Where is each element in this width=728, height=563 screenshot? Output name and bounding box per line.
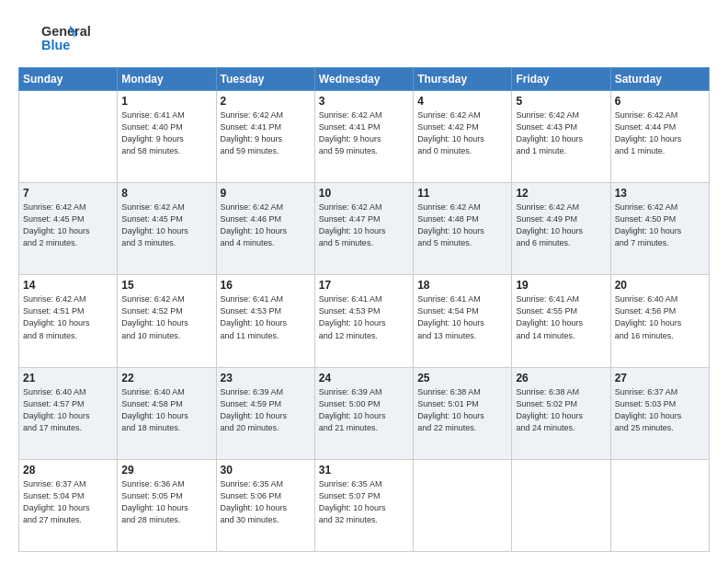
column-header-thursday: Thursday xyxy=(414,68,512,91)
calendar-cell xyxy=(19,91,118,183)
day-number: 19 xyxy=(516,279,606,292)
day-info: Sunrise: 6:41 AM Sunset: 4:53 PM Dayligh… xyxy=(319,293,409,341)
day-info: Sunrise: 6:42 AM Sunset: 4:49 PM Dayligh… xyxy=(516,201,606,249)
calendar-table: SundayMondayTuesdayWednesdayThursdayFrid… xyxy=(18,67,710,552)
page: General Blue SundayMondayTuesdayWednesda… xyxy=(0,0,728,563)
calendar-cell: 2Sunrise: 6:42 AM Sunset: 4:41 PM Daylig… xyxy=(216,91,314,183)
calendar-cell: 27Sunrise: 6:37 AM Sunset: 5:03 PM Dayli… xyxy=(610,367,709,459)
day-info: Sunrise: 6:42 AM Sunset: 4:47 PM Dayligh… xyxy=(319,201,409,249)
day-number: 5 xyxy=(516,95,606,108)
day-number: 22 xyxy=(121,372,211,385)
day-info: Sunrise: 6:39 AM Sunset: 4:59 PM Dayligh… xyxy=(221,386,311,434)
day-info: Sunrise: 6:42 AM Sunset: 4:52 PM Dayligh… xyxy=(121,293,211,341)
calendar-cell: 3Sunrise: 6:42 AM Sunset: 4:41 PM Daylig… xyxy=(314,91,413,183)
day-info: Sunrise: 6:37 AM Sunset: 5:03 PM Dayligh… xyxy=(615,386,705,434)
day-number: 14 xyxy=(23,279,113,292)
calendar-week-row: 28Sunrise: 6:37 AM Sunset: 5:04 PM Dayli… xyxy=(19,459,710,551)
day-number: 10 xyxy=(319,187,409,200)
day-number: 1 xyxy=(121,95,211,108)
day-info: Sunrise: 6:35 AM Sunset: 5:06 PM Dayligh… xyxy=(221,478,311,526)
day-info: Sunrise: 6:40 AM Sunset: 4:57 PM Dayligh… xyxy=(23,386,113,434)
svg-text:General: General xyxy=(41,23,91,38)
calendar-cell: 16Sunrise: 6:41 AM Sunset: 4:53 PM Dayli… xyxy=(216,275,314,367)
day-number: 16 xyxy=(221,279,311,292)
day-number: 21 xyxy=(23,372,113,385)
calendar-cell: 20Sunrise: 6:40 AM Sunset: 4:56 PM Dayli… xyxy=(610,275,709,367)
calendar-cell: 5Sunrise: 6:42 AM Sunset: 4:43 PM Daylig… xyxy=(512,91,610,183)
calendar-cell xyxy=(414,459,512,551)
day-info: Sunrise: 6:38 AM Sunset: 5:02 PM Dayligh… xyxy=(516,386,606,434)
day-number: 11 xyxy=(417,187,507,200)
calendar-cell: 13Sunrise: 6:42 AM Sunset: 4:50 PM Dayli… xyxy=(610,183,709,275)
calendar-cell xyxy=(512,459,610,551)
column-header-saturday: Saturday xyxy=(610,68,709,91)
column-header-friday: Friday xyxy=(512,68,610,91)
calendar-cell: 17Sunrise: 6:41 AM Sunset: 4:53 PM Dayli… xyxy=(314,275,413,367)
day-number: 17 xyxy=(319,279,409,292)
day-info: Sunrise: 6:39 AM Sunset: 5:00 PM Dayligh… xyxy=(319,386,409,434)
day-number: 29 xyxy=(121,464,211,477)
day-number: 13 xyxy=(615,187,705,200)
day-number: 8 xyxy=(121,187,211,200)
calendar-cell: 14Sunrise: 6:42 AM Sunset: 4:51 PM Dayli… xyxy=(19,275,118,367)
day-info: Sunrise: 6:42 AM Sunset: 4:44 PM Dayligh… xyxy=(615,109,705,157)
calendar-cell: 9Sunrise: 6:42 AM Sunset: 4:46 PM Daylig… xyxy=(216,183,314,275)
calendar-cell: 18Sunrise: 6:41 AM Sunset: 4:54 PM Dayli… xyxy=(414,275,512,367)
day-info: Sunrise: 6:42 AM Sunset: 4:51 PM Dayligh… xyxy=(23,293,113,341)
header: General Blue xyxy=(18,17,710,58)
day-number: 23 xyxy=(221,372,311,385)
calendar-cell: 10Sunrise: 6:42 AM Sunset: 4:47 PM Dayli… xyxy=(314,183,413,275)
day-number: 3 xyxy=(319,95,409,108)
day-info: Sunrise: 6:42 AM Sunset: 4:42 PM Dayligh… xyxy=(417,109,507,157)
day-info: Sunrise: 6:42 AM Sunset: 4:43 PM Dayligh… xyxy=(516,109,606,157)
calendar-week-row: 1Sunrise: 6:41 AM Sunset: 4:40 PM Daylig… xyxy=(19,91,710,183)
day-info: Sunrise: 6:42 AM Sunset: 4:45 PM Dayligh… xyxy=(121,201,211,249)
calendar-cell: 26Sunrise: 6:38 AM Sunset: 5:02 PM Dayli… xyxy=(512,367,610,459)
calendar-cell: 1Sunrise: 6:41 AM Sunset: 4:40 PM Daylig… xyxy=(118,91,216,183)
day-info: Sunrise: 6:36 AM Sunset: 5:05 PM Dayligh… xyxy=(121,478,211,526)
calendar-header-row: SundayMondayTuesdayWednesdayThursdayFrid… xyxy=(19,68,710,91)
day-info: Sunrise: 6:42 AM Sunset: 4:48 PM Dayligh… xyxy=(417,201,507,249)
calendar-week-row: 14Sunrise: 6:42 AM Sunset: 4:51 PM Dayli… xyxy=(19,275,710,367)
logo-icon: General Blue xyxy=(23,19,97,56)
calendar-cell: 19Sunrise: 6:41 AM Sunset: 4:55 PM Dayli… xyxy=(512,275,610,367)
day-number: 30 xyxy=(221,464,311,477)
calendar-week-row: 7Sunrise: 6:42 AM Sunset: 4:45 PM Daylig… xyxy=(19,183,710,275)
day-number: 9 xyxy=(221,187,311,200)
day-number: 6 xyxy=(615,95,705,108)
day-number: 31 xyxy=(319,464,409,477)
day-info: Sunrise: 6:40 AM Sunset: 4:58 PM Dayligh… xyxy=(121,386,211,434)
day-info: Sunrise: 6:35 AM Sunset: 5:07 PM Dayligh… xyxy=(319,478,409,526)
day-number: 25 xyxy=(417,372,507,385)
day-info: Sunrise: 6:41 AM Sunset: 4:53 PM Dayligh… xyxy=(221,293,311,341)
day-info: Sunrise: 6:41 AM Sunset: 4:54 PM Dayligh… xyxy=(417,293,507,341)
day-number: 15 xyxy=(121,279,211,292)
column-header-monday: Monday xyxy=(118,68,216,91)
svg-text:Blue: Blue xyxy=(41,38,70,52)
day-info: Sunrise: 6:41 AM Sunset: 4:40 PM Dayligh… xyxy=(121,109,211,157)
day-number: 12 xyxy=(516,187,606,200)
column-header-sunday: Sunday xyxy=(19,68,118,91)
day-info: Sunrise: 6:42 AM Sunset: 4:50 PM Dayligh… xyxy=(615,201,705,249)
calendar-cell: 6Sunrise: 6:42 AM Sunset: 4:44 PM Daylig… xyxy=(610,91,709,183)
calendar-cell: 21Sunrise: 6:40 AM Sunset: 4:57 PM Dayli… xyxy=(19,367,118,459)
calendar-cell: 23Sunrise: 6:39 AM Sunset: 4:59 PM Dayli… xyxy=(216,367,314,459)
column-header-tuesday: Tuesday xyxy=(216,68,314,91)
day-info: Sunrise: 6:42 AM Sunset: 4:45 PM Dayligh… xyxy=(23,201,113,249)
day-number: 18 xyxy=(417,279,507,292)
column-header-wednesday: Wednesday xyxy=(314,68,413,91)
day-number: 27 xyxy=(615,372,705,385)
day-info: Sunrise: 6:42 AM Sunset: 4:41 PM Dayligh… xyxy=(221,109,311,157)
day-number: 20 xyxy=(615,279,705,292)
calendar-cell: 30Sunrise: 6:35 AM Sunset: 5:06 PM Dayli… xyxy=(216,459,314,551)
calendar-cell: 4Sunrise: 6:42 AM Sunset: 4:42 PM Daylig… xyxy=(414,91,512,183)
day-number: 24 xyxy=(319,372,409,385)
day-number: 26 xyxy=(516,372,606,385)
calendar-cell: 31Sunrise: 6:35 AM Sunset: 5:07 PM Dayli… xyxy=(314,459,413,551)
calendar-cell: 22Sunrise: 6:40 AM Sunset: 4:58 PM Dayli… xyxy=(118,367,216,459)
day-info: Sunrise: 6:40 AM Sunset: 4:56 PM Dayligh… xyxy=(615,293,705,341)
day-number: 2 xyxy=(221,95,311,108)
day-info: Sunrise: 6:38 AM Sunset: 5:01 PM Dayligh… xyxy=(417,386,507,434)
calendar-week-row: 21Sunrise: 6:40 AM Sunset: 4:57 PM Dayli… xyxy=(19,367,710,459)
day-info: Sunrise: 6:41 AM Sunset: 4:55 PM Dayligh… xyxy=(516,293,606,341)
